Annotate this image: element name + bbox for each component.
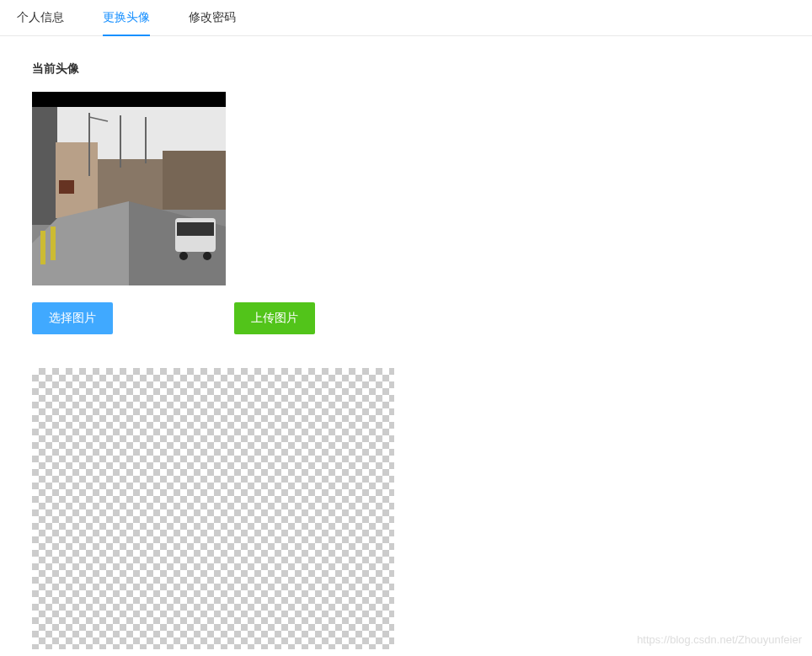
- svg-rect-15: [203, 252, 211, 260]
- svg-rect-7: [163, 151, 226, 210]
- watermark-text: https://blog.csdn.net/Zhouyunfeier: [637, 633, 802, 646]
- svg-rect-11: [51, 227, 56, 260]
- tab-personal-info[interactable]: 个人信息: [17, 0, 64, 35]
- tabs-bar: 个人信息 更换头像 修改密码: [0, 0, 812, 36]
- svg-rect-14: [179, 252, 188, 260]
- current-avatar-image: [32, 92, 226, 285]
- tab-change-avatar[interactable]: 更换头像: [103, 0, 150, 35]
- svg-rect-13: [177, 222, 214, 236]
- current-avatar-label: 当前头像: [32, 61, 795, 77]
- svg-rect-10: [40, 231, 45, 264]
- tab-change-password[interactable]: 修改密码: [189, 0, 236, 35]
- image-preview-canvas[interactable]: [32, 368, 394, 649]
- upload-image-button[interactable]: 上传图片: [234, 302, 315, 334]
- svg-rect-0: [32, 92, 226, 107]
- content-area: 当前头像 选择图片 上传图片: [0, 36, 812, 656]
- svg-rect-3: [32, 107, 57, 225]
- svg-rect-5: [59, 180, 74, 194]
- button-row: 选择图片 上传图片: [32, 302, 795, 334]
- avatar-street-scene: [32, 92, 226, 285]
- select-image-button[interactable]: 选择图片: [32, 302, 113, 334]
